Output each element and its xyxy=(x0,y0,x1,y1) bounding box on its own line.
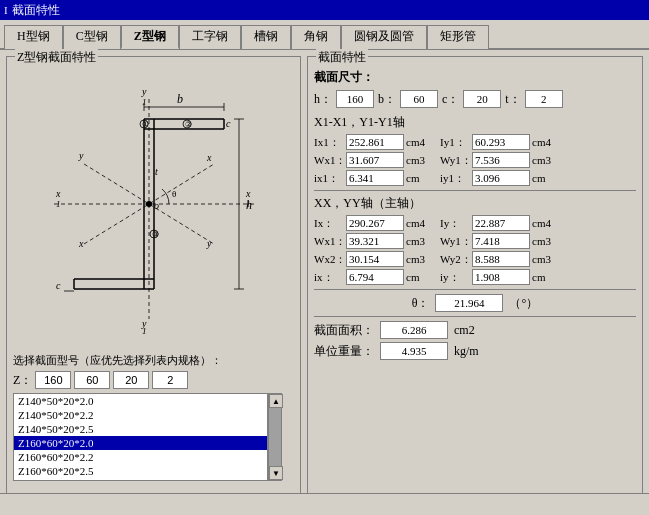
svg-text:x: x xyxy=(55,188,61,199)
ix1-unit: cm4 xyxy=(406,136,434,148)
divider-3 xyxy=(314,316,636,317)
tab-z-steel[interactable]: Z型钢 xyxy=(121,25,179,49)
select-label: 选择截面型号（应优先选择列表内规格）： xyxy=(13,353,294,368)
list-item[interactable]: Z140*50*20*2.0 xyxy=(14,394,267,408)
area-row: 截面面积： 6.286 cm2 xyxy=(314,321,636,339)
wy2m-unit: cm3 xyxy=(532,253,560,265)
theta-label: θ： xyxy=(412,295,430,312)
list-item[interactable]: Z160*60*20*2.0 xyxy=(14,436,267,450)
b-value: 60 xyxy=(400,90,438,108)
axis2-row-1: Wx1： 39.321 cm3 Wy1： 7.418 cm3 xyxy=(314,233,636,249)
wx1-label: Wx1： xyxy=(314,153,344,168)
list-item[interactable]: Z160*60*20*2.5 xyxy=(14,464,267,478)
iy-label: Iy： xyxy=(440,216,470,231)
svg-text:1: 1 xyxy=(56,199,61,209)
title-bar: I 截面特性 xyxy=(0,0,649,20)
scroll-track[interactable] xyxy=(269,408,281,466)
svg-text:t: t xyxy=(155,166,158,177)
c-value: 20 xyxy=(463,90,501,108)
tab-round-tube[interactable]: 圆钢及圆管 xyxy=(341,25,427,49)
iy1r-value: 3.096 xyxy=(472,170,530,186)
area-unit: cm2 xyxy=(454,323,475,338)
list-item[interactable]: Z160*60*20*2.2 xyxy=(14,450,267,464)
svg-text:y: y xyxy=(78,150,84,161)
theta-value: 21.964 xyxy=(435,294,503,312)
bottom-bar xyxy=(0,493,649,515)
svg-text:①: ① xyxy=(142,120,149,129)
wx1-value: 31.607 xyxy=(346,152,404,168)
h-value: 160 xyxy=(336,90,374,108)
list-item[interactable]: Z140*50*20*2.2 xyxy=(14,408,267,422)
svg-text:x: x xyxy=(245,188,251,199)
weight-unit: kg/m xyxy=(454,344,479,359)
scroll-up-button[interactable]: ▲ xyxy=(269,394,283,408)
left-panel-title: Z型钢截面特性 xyxy=(15,49,98,66)
wx1m-value: 39.321 xyxy=(346,233,404,249)
z-label: Z： xyxy=(13,372,32,389)
left-panel: Z型钢截面特性 h xyxy=(6,56,301,507)
ix1r-unit: cm xyxy=(406,172,434,184)
svg-text:③: ③ xyxy=(152,230,159,239)
wy2m-value: 8.588 xyxy=(472,251,530,267)
wy1-label: Wy1： xyxy=(440,153,470,168)
tab-i-steel[interactable]: 工字钢 xyxy=(179,25,241,49)
wy1-unit: cm3 xyxy=(532,154,560,166)
tab-channel-steel[interactable]: 槽钢 xyxy=(241,25,291,49)
svg-text:x: x xyxy=(206,152,212,163)
ixr-label: ix： xyxy=(314,270,344,285)
axis1-title: X1-X1，Y1-Y1轴 xyxy=(314,114,636,131)
wx2m-label: Wx2： xyxy=(314,252,344,267)
list-item[interactable]: Z140*50*20*2.5 xyxy=(14,422,267,436)
scrollbar[interactable]: ▲ ▼ xyxy=(268,393,282,481)
t-label: t： xyxy=(505,91,520,108)
z-input-0[interactable] xyxy=(35,371,71,389)
wy1-value: 7.536 xyxy=(472,152,530,168)
svg-text:1: 1 xyxy=(246,199,251,209)
tab-c-steel[interactable]: C型钢 xyxy=(63,25,121,49)
section-dims-title: 截面尺寸： xyxy=(314,69,636,86)
z-input-1[interactable] xyxy=(74,371,110,389)
area-label: 截面面积： xyxy=(314,322,374,339)
wx2m-unit: cm3 xyxy=(406,253,434,265)
iy1r-unit: cm xyxy=(532,172,560,184)
t-value: 2 xyxy=(525,90,563,108)
ix1-value: 252.861 xyxy=(346,134,404,150)
svg-text:1: 1 xyxy=(142,326,147,336)
h-label: h： xyxy=(314,91,332,108)
wx1m-label: Wx1： xyxy=(314,234,344,249)
app-icon: I xyxy=(4,4,8,16)
ix-label: Ix： xyxy=(314,216,344,231)
ixr-unit: cm xyxy=(406,271,434,283)
z-input-3[interactable] xyxy=(152,371,188,389)
wx2m-value: 30.154 xyxy=(346,251,404,267)
svg-text:y: y xyxy=(206,238,212,249)
ix1-label: Ix1： xyxy=(314,135,344,150)
tab-angle-steel[interactable]: 角钢 xyxy=(291,25,341,49)
weight-row: 单位重量： 4.935 kg/m xyxy=(314,342,636,360)
axis1-row-0: Ix1： 252.861 cm4 Iy1： 60.293 cm4 xyxy=(314,134,636,150)
iy1-unit: cm4 xyxy=(532,136,560,148)
iy-unit: cm4 xyxy=(532,217,560,229)
tab-bar: H型钢 C型钢 Z型钢 工字钢 槽钢 角钢 圆钢及圆管 矩形管 xyxy=(0,20,649,50)
ix1r-label: ix1： xyxy=(314,171,344,186)
right-panel: 截面特性 截面尺寸： h： 160 b： 60 c： 20 t： 2 X1-X1… xyxy=(307,56,643,507)
tab-h-steel[interactable]: H型钢 xyxy=(4,25,63,49)
profile-list[interactable]: Z140*50*20*2.0 Z140*50*20*2.2 Z140*50*20… xyxy=(13,393,268,481)
theta-row: θ： 21.964 （°） xyxy=(314,294,636,312)
svg-text:x: x xyxy=(78,238,84,249)
wx1m-unit: cm3 xyxy=(406,235,434,247)
z-inputs: Z： xyxy=(13,371,294,389)
b-label: b： xyxy=(378,91,396,108)
z-input-2[interactable] xyxy=(113,371,149,389)
iyr-unit: cm xyxy=(532,271,560,283)
weight-value: 4.935 xyxy=(380,342,448,360)
scroll-down-button[interactable]: ▼ xyxy=(269,466,283,480)
tab-rect-tube[interactable]: 矩形管 xyxy=(427,25,489,49)
diagram-area: h b c o x xyxy=(11,69,296,349)
svg-text:θ: θ xyxy=(172,189,176,199)
area-value: 6.286 xyxy=(380,321,448,339)
iy1r-label: iy1： xyxy=(440,171,470,186)
iyr-value: 1.908 xyxy=(472,269,530,285)
ix1r-value: 6.341 xyxy=(346,170,404,186)
svg-text:c: c xyxy=(226,118,231,129)
